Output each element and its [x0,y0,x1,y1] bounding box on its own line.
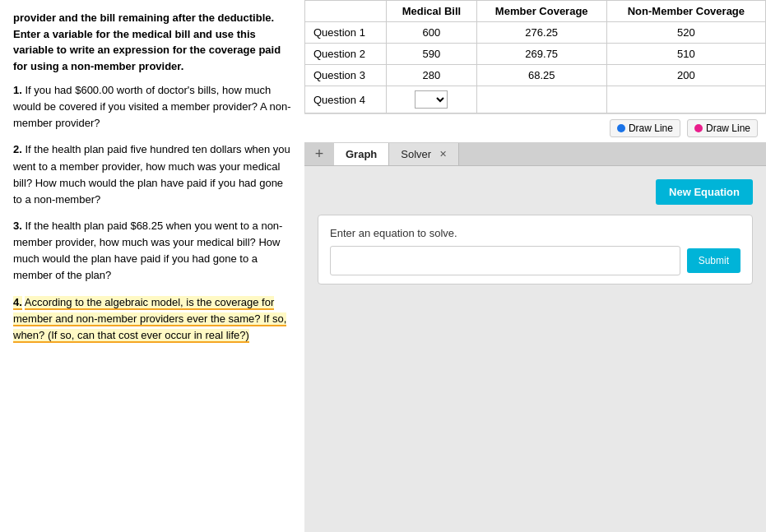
q1-num: 1. [13,84,22,96]
tabs-bar: + Graph Solver ✕ [304,142,766,166]
equation-input-block: Enter an equation to solve. Submit [318,215,753,285]
col-header-member-coverage: Member Coverage [476,1,606,22]
question-1-block: 1. If you had $600.00 worth of doctor's … [13,82,291,132]
solver-header: New Equation [318,179,753,205]
q4-num: 4. [13,296,22,310]
row4-label: Question 4 [305,86,387,113]
close-tab-icon[interactable]: ✕ [439,149,447,160]
row3-label: Question 3 [305,65,387,86]
equation-label: Enter an equation to solve. [330,227,740,239]
col-header-nonmember-coverage: Non-Member Coverage [606,1,765,22]
row1-col1: 600 [387,22,476,44]
question-2-block: 2. If the health plan paid five hundred … [13,141,291,208]
draw-line-label-1: Draw Line [629,123,673,134]
q2-text: If the health plan paid five hundred ten… [13,143,290,205]
row2-label: Question 2 [305,44,387,65]
tab-solver-label: Solver [401,148,431,160]
row4-dropdown[interactable] [415,90,448,109]
draw-line-label-2: Draw Line [706,123,750,134]
q2-num: 2. [13,143,22,155]
table-row: Question 1 600 276.25 520 [305,22,766,44]
data-table: Medical Bill Member Coverage Non-Member … [304,0,766,113]
right-panel: Medical Bill Member Coverage Non-Member … [304,0,766,532]
question-3-block: 3. If the health plan paid $68.25 when y… [13,218,291,285]
solver-area: New Equation Enter an equation to solve.… [304,166,766,532]
dot-pink-icon [694,124,703,132]
row2-col3: 510 [606,44,765,65]
table-area: Medical Bill Member Coverage Non-Member … [304,0,766,113]
row1-col2: 276.25 [476,22,606,44]
q3-num: 3. [13,220,22,232]
intro-text: provider and the bill remaining after th… [13,10,291,74]
submit-button[interactable]: Submit [687,248,740,273]
table-row: Question 4 [305,86,766,113]
row4-col1[interactable] [387,86,476,113]
equation-input-row: Submit [330,246,740,275]
q4-text: According to the algebraic model, is the… [13,296,286,343]
col-header-label [305,1,387,22]
row4-col3 [606,86,765,113]
table-row: Question 2 590 269.75 510 [305,44,766,65]
row3-col2: 68.25 [476,65,606,86]
row3-col1: 280 [387,65,476,86]
row1-col3: 520 [606,22,765,44]
question-4-block: 4. According to the algebraic model, is … [13,294,291,344]
left-panel: provider and the bill remaining after th… [0,0,304,532]
q3-text: If the health plan paid $68.25 when you … [13,220,282,281]
equation-input[interactable] [330,246,680,275]
add-tab-button[interactable]: + [308,142,331,165]
q1-text: If you had $600.00 worth of doctor's bil… [13,84,290,129]
row2-col1: 590 [387,44,476,65]
draw-line-btn-1[interactable]: Draw Line [610,119,680,137]
new-equation-button[interactable]: New Equation [656,179,753,205]
tab-solver[interactable]: Solver ✕ [389,143,459,165]
row2-col2: 269.75 [476,44,606,65]
row4-col2 [476,86,606,113]
draw-line-row: Draw Line Draw Line [304,113,766,142]
tab-graph[interactable]: Graph [334,143,389,165]
draw-line-btn-2[interactable]: Draw Line [687,119,758,137]
dot-blue-icon [617,124,625,132]
col-header-medical-bill: Medical Bill [387,1,476,22]
tab-graph-label: Graph [346,148,377,160]
table-row: Question 3 280 68.25 200 [305,65,766,86]
row3-col3: 200 [606,65,765,86]
row1-label: Question 1 [305,22,387,44]
